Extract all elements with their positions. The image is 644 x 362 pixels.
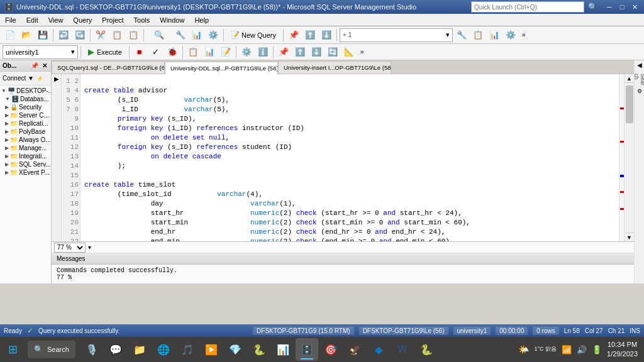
toolbar-btn-extra2[interactable]: 🔧 bbox=[173, 28, 188, 42]
scroll-up-button[interactable]: ▲ bbox=[625, 74, 634, 83]
toolbar2-misc3[interactable]: ⬇️ bbox=[309, 45, 324, 59]
menu-window[interactable]: Window bbox=[155, 14, 189, 26]
toolbar-end-btn1[interactable]: 🔧 bbox=[454, 28, 469, 42]
connection-info-button[interactable]: ℹ️ bbox=[255, 45, 270, 59]
code-content[interactable]: create table advisor (s_ID varchar(5), i… bbox=[80, 74, 619, 241]
results-to-text-button[interactable]: 📝 bbox=[218, 45, 233, 59]
tree-item-desktop[interactable]: ▼ 🖥️ DESKTOP-... bbox=[0, 87, 51, 95]
start-button[interactable]: ⊞ bbox=[0, 337, 25, 362]
tree-item-alwayson[interactable]: ▶ 📁 Always O... bbox=[0, 136, 51, 144]
taskbar-search-box[interactable]: 🔍 Search bbox=[28, 341, 75, 358]
messages-tab-header[interactable]: Messages bbox=[52, 253, 634, 265]
minimize-button[interactable]: ─ bbox=[604, 1, 615, 13]
toolbar-end-btn3[interactable]: 📊 bbox=[487, 28, 502, 42]
right-panel-icon2[interactable]: Search bbox=[633, 74, 645, 85]
taskbar-app-discord[interactable]: 💎 bbox=[224, 338, 247, 361]
tree-item-sqlserver[interactable]: ▶ 📁 SQL Serv... bbox=[0, 160, 51, 168]
taskbar-app-teams[interactable]: 💬 bbox=[104, 338, 127, 361]
oe-connect-bar[interactable]: Connect ▼ ⚡ bbox=[0, 72, 51, 85]
toolbar2-misc1[interactable]: 📌 bbox=[276, 45, 291, 59]
tab-university-ddl[interactable]: University-DDL.sql...P-GBT71G9\Le (56))*… bbox=[165, 62, 278, 74]
toolbar-end-btn2[interactable]: 📋 bbox=[470, 28, 486, 42]
right-panel-icon1[interactable]: ◀ bbox=[637, 62, 642, 69]
taskbar-app-cortana[interactable]: 🎙️ bbox=[80, 338, 103, 361]
scroll-down-button[interactable]: ▼ bbox=[625, 233, 634, 241]
toolbar-btn-extra3[interactable]: 📊 bbox=[189, 28, 204, 42]
tree-item-security[interactable]: ▶ 🔒 Security bbox=[0, 103, 51, 111]
taskbar-app-excel[interactable]: 📊 bbox=[272, 338, 294, 361]
scroll-thumb[interactable] bbox=[626, 85, 633, 123]
time-display[interactable]: 10:34 PM 1/29/2023 bbox=[607, 340, 638, 359]
code-editor[interactable]: 1 2 3 4 5 6 7 8 9 10 11 12 13 14 15 16 1… bbox=[62, 74, 624, 241]
debug-button[interactable]: 🐞 bbox=[165, 45, 180, 59]
tab-sqlquery1[interactable]: SQLQuery1.sql - DE...P-GBT71G9\Le (68)) … bbox=[52, 61, 165, 74]
taskbar-app-explorer[interactable]: 📁 bbox=[128, 338, 151, 361]
menu-view[interactable]: View bbox=[43, 14, 69, 26]
tree-item-integration[interactable]: ▶ 📁 Integrati... bbox=[0, 152, 51, 160]
toolbar-extra-btn[interactable]: 📌 bbox=[286, 28, 301, 42]
execute-button[interactable]: ▶ Execute bbox=[84, 45, 126, 59]
undo-button[interactable]: ↩️ bbox=[56, 28, 71, 42]
quick-launch-input[interactable] bbox=[471, 1, 584, 13]
taskbar-app-spotify[interactable]: 🎵 bbox=[176, 338, 199, 361]
taskbar-app-python[interactable]: 🐍 bbox=[248, 338, 270, 361]
redo-button[interactable]: ↪️ bbox=[72, 28, 87, 42]
tree-item-polybase[interactable]: ▶ 📁 PolyBase bbox=[0, 128, 51, 136]
menu-edit[interactable]: Edit bbox=[21, 14, 43, 26]
toolbar2-misc2[interactable]: ⬆️ bbox=[292, 45, 308, 59]
menu-query[interactable]: Query bbox=[68, 14, 97, 26]
tree-item-databases[interactable]: ▼ 🗄️ Databas... bbox=[0, 95, 51, 103]
taskbar-app-brave[interactable]: 🦅 bbox=[343, 338, 366, 361]
toolbar-btn-extra4[interactable]: ⚙️ bbox=[206, 28, 221, 42]
cut-button[interactable]: ✂️ bbox=[93, 28, 108, 42]
speaker-icon[interactable]: 🔊 bbox=[577, 345, 587, 354]
toolbar2-more[interactable]: » bbox=[358, 48, 367, 55]
restore-button[interactable]: □ bbox=[616, 1, 628, 13]
toolbar-extra-btn2[interactable]: ⬆️ bbox=[303, 28, 318, 42]
connection-dropdown[interactable]: + 1 ▾ bbox=[340, 28, 453, 42]
taskbar-app-youtube[interactable]: ▶️ bbox=[200, 338, 223, 361]
toolbar2-misc5[interactable]: 📐 bbox=[341, 45, 357, 59]
display-results-button[interactable]: 📋 bbox=[186, 45, 201, 59]
open-file-button[interactable]: 📂 bbox=[19, 28, 34, 42]
parse-button[interactable]: ✓ bbox=[148, 45, 164, 59]
menu-project[interactable]: Project bbox=[97, 14, 128, 26]
battery-icon[interactable]: 🔋 bbox=[592, 345, 602, 354]
toolbar-btn-extra1[interactable]: 🔍 bbox=[147, 28, 172, 42]
tree-item-management[interactable]: ▶ 📁 Manage... bbox=[0, 144, 51, 152]
taskbar-app-vscode[interactable]: ◆ bbox=[367, 338, 390, 361]
vertical-scrollbar[interactable]: ▲ ▼ bbox=[624, 74, 634, 241]
taskbar-app-python2[interactable]: 🐍 bbox=[415, 338, 438, 361]
tab-university-insert[interactable]: University-insert I...OP-GBT71G9\Le (58)… bbox=[278, 61, 391, 74]
left-panel-icon1[interactable]: ▶ bbox=[54, 75, 59, 82]
oe-pin-button[interactable]: 📌 bbox=[30, 62, 40, 69]
query-options-button[interactable]: ⚙️ bbox=[239, 45, 254, 59]
right-panel-icon3[interactable]: ⚙ bbox=[637, 88, 642, 94]
zoom-selector[interactable]: 77 % 100 % 150 % bbox=[54, 243, 86, 253]
toolbar2-misc4[interactable]: 🔄 bbox=[325, 45, 340, 59]
taskbar-app-ssms[interactable]: 🗄️ bbox=[296, 338, 318, 361]
toolbar-new-query-button[interactable]: 📝 New Query bbox=[226, 28, 280, 42]
close-button[interactable]: ✕ bbox=[629, 1, 640, 13]
menu-help[interactable]: Help bbox=[189, 14, 214, 26]
display-grid-button[interactable]: 📊 bbox=[202, 45, 217, 59]
taskbar-app-acrobat[interactable]: 🎯 bbox=[319, 338, 342, 361]
toolbar-more[interactable]: » bbox=[519, 31, 528, 38]
save-button[interactable]: 💾 bbox=[35, 28, 50, 42]
tree-item-replication[interactable]: ▶ 📁 Replicati... bbox=[0, 119, 51, 128]
new-file-button[interactable]: 📄 bbox=[3, 28, 18, 42]
menu-tools[interactable]: Tools bbox=[129, 14, 155, 26]
oe-close-button[interactable]: ✕ bbox=[41, 62, 48, 69]
taskbar-app-edge[interactable]: 🌐 bbox=[152, 338, 175, 361]
database-selector[interactable]: university1 ▾ bbox=[3, 45, 78, 59]
paste-button[interactable]: 📋 bbox=[126, 28, 141, 42]
copy-button[interactable]: 📋 bbox=[109, 28, 125, 42]
toolbar-end-btn4[interactable]: ⚙️ bbox=[503, 28, 518, 42]
network-icon[interactable]: 📶 bbox=[562, 345, 572, 354]
menu-file[interactable]: File bbox=[0, 14, 21, 26]
toolbar-extra-btn3[interactable]: ⬇️ bbox=[319, 28, 334, 42]
taskbar-app-word[interactable]: W bbox=[391, 338, 414, 361]
tree-item-xevent[interactable]: ▶ 📁 XEvent P... bbox=[0, 168, 51, 177]
tree-item-server-c[interactable]: ▶ 📁 Server C... bbox=[0, 111, 51, 119]
stop-button[interactable]: ■ bbox=[132, 45, 147, 59]
